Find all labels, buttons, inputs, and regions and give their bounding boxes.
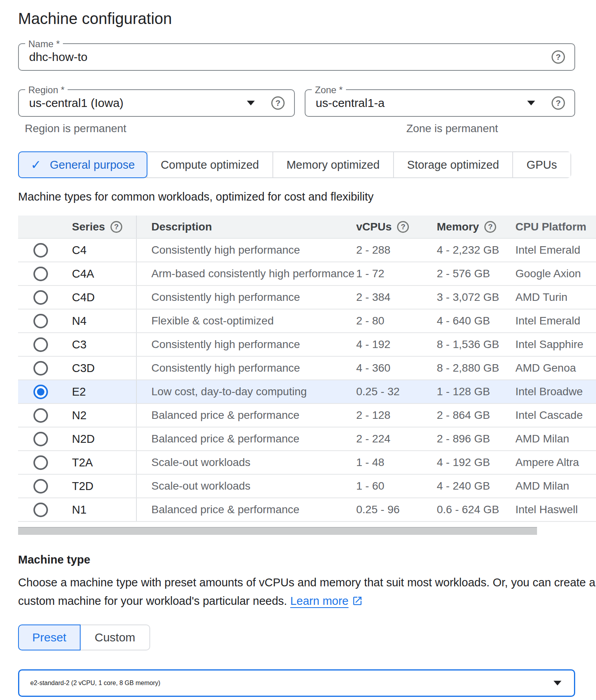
machine-family-tabs: ✓General purposeCompute optimizedMemory … <box>18 151 571 178</box>
tab-general-purpose[interactable]: ✓General purpose <box>18 151 147 178</box>
series-radio[interactable] <box>33 243 48 258</box>
table-row-c4d[interactable]: C4DConsistently high performance2 - 3843… <box>18 285 596 309</box>
series-radio[interactable] <box>33 314 48 328</box>
series-description: Scale-out workloads <box>137 480 356 492</box>
table-row-n2[interactable]: N2Balanced price & performance2 - 1282 -… <box>18 403 596 427</box>
toggle-preset[interactable]: Preset <box>18 624 81 650</box>
series-description: Flexible & cost-optimized <box>137 315 356 327</box>
series-vcpus: 2 - 80 <box>356 315 437 327</box>
tab-memory-optimized[interactable]: Memory optimized <box>272 152 393 177</box>
series-vcpus: 1 - 48 <box>356 456 437 469</box>
chevron-down-icon[interactable] <box>527 101 535 105</box>
name-field-value[interactable]: dhc-how-to <box>19 50 87 64</box>
horizontal-scrollbar-thumb[interactable] <box>18 527 537 535</box>
series-vcpus: 2 - 288 <box>356 244 437 256</box>
series-vcpus: 0.25 - 96 <box>356 503 437 516</box>
zone-select[interactable]: Zone * us-central1-a ? <box>305 89 575 117</box>
series-memory: 1 - 128 GB <box>437 385 515 398</box>
series-radio-cell <box>18 455 63 470</box>
series-memory: 0.6 - 624 GB <box>437 503 515 516</box>
series-radio-cell <box>18 479 63 494</box>
series-radio[interactable] <box>33 290 48 305</box>
chevron-down-icon[interactable] <box>247 101 255 105</box>
series-radio[interactable] <box>33 408 48 423</box>
memory-column-header: Memory ? <box>437 221 515 233</box>
series-name: T2D <box>63 475 137 497</box>
zone-helper-text: Zone is permanent <box>406 122 498 135</box>
series-vcpus: 1 - 60 <box>356 480 437 492</box>
series-description: Consistently high performance <box>137 244 356 256</box>
tab-gpus[interactable]: GPUs <box>512 152 570 177</box>
table-row-c4[interactable]: C4Consistently high performance2 - 2884 … <box>18 238 596 262</box>
series-description: Arm-based consistently high performance <box>137 267 356 280</box>
series-memory: 8 - 2,880 GB <box>437 362 515 374</box>
zone-value: us-central1-a <box>305 96 384 110</box>
series-radio[interactable] <box>33 385 48 399</box>
series-memory: 2 - 896 GB <box>437 433 515 445</box>
learn-more-link[interactable]: Learn more <box>290 595 348 607</box>
tab-compute-optimized[interactable]: Compute optimized <box>147 152 272 177</box>
series-radio-cell <box>18 267 63 281</box>
table-row-n1[interactable]: N1Balanced price & performance0.25 - 960… <box>18 497 596 521</box>
machine-configuration-panel: Machine configuration Name * dhc-how-to … <box>0 0 596 700</box>
cpu-platform-column-header: CPU Platform <box>515 221 596 233</box>
machine-type-select[interactable]: e2-standard-2 (2 vCPU, 1 core, 8 GB memo… <box>18 669 575 697</box>
series-radio[interactable] <box>33 267 48 281</box>
series-radio-cell <box>18 337 63 352</box>
series-radio[interactable] <box>33 503 48 517</box>
region-select[interactable]: Region * us-central1 (Iowa) ? <box>18 89 295 117</box>
help-icon[interactable]: ? <box>484 221 496 233</box>
series-description: Balanced price & performance <box>137 433 356 445</box>
help-icon[interactable]: ? <box>552 50 565 64</box>
table-row-c3d[interactable]: C3DConsistently high performance4 - 3608… <box>18 356 596 379</box>
help-icon[interactable]: ? <box>397 221 409 233</box>
description-column-header: Description <box>137 221 356 233</box>
series-radio[interactable] <box>33 361 48 376</box>
region-helper-text: Region is permanent <box>25 122 126 135</box>
series-cpu-platform: Intel Cascade <box>515 409 596 422</box>
series-column-header: Series ? <box>63 216 137 238</box>
series-radio-cell <box>18 314 63 328</box>
series-cpu-platform: Google Axion <box>515 267 596 280</box>
toggle-custom[interactable]: Custom <box>81 624 150 650</box>
machine-series-table: Series ? Description vCPUs ? Memory ? CP… <box>18 216 596 522</box>
table-row-c4a[interactable]: C4AArm-based consistently high performan… <box>18 262 596 285</box>
table-row-n4[interactable]: N4Flexible & cost-optimized2 - 804 - 640… <box>18 309 596 332</box>
name-field[interactable]: Name * dhc-how-to ? <box>18 43 575 71</box>
series-cpu-platform: Intel Emerald <box>515 315 596 327</box>
machine-type-description: Choose a machine type with preset amount… <box>18 573 596 612</box>
help-icon[interactable]: ? <box>271 96 285 110</box>
series-description: Consistently high performance <box>137 338 356 351</box>
series-radio[interactable] <box>33 455 48 470</box>
help-icon[interactable]: ? <box>552 96 565 110</box>
name-field-label: Name * <box>25 39 63 50</box>
series-radio-cell <box>18 243 63 258</box>
table-row-n2d[interactable]: N2DBalanced price & performance2 - 2242 … <box>18 427 596 450</box>
series-radio-cell <box>18 503 63 517</box>
open-in-new-icon <box>352 593 363 612</box>
series-name: E2 <box>63 380 137 403</box>
machine-type-value: e2-standard-2 (2 vCPU, 1 core, 8 GB memo… <box>19 680 160 687</box>
series-vcpus: 4 - 360 <box>356 362 437 374</box>
series-radio[interactable] <box>33 479 48 494</box>
help-icon[interactable]: ? <box>110 221 122 233</box>
tab-storage-optimized[interactable]: Storage optimized <box>393 152 513 177</box>
series-cpu-platform: Ampere Altra <box>515 456 596 469</box>
series-cpu-platform: Intel Broadwe <box>515 385 596 398</box>
series-description: Balanced price & performance <box>137 503 356 516</box>
table-row-t2d[interactable]: T2DScale-out workloads1 - 604 - 240 GBAM… <box>18 474 596 497</box>
machine-type-heading: Machine type <box>18 553 596 566</box>
series-radio[interactable] <box>33 432 48 446</box>
series-vcpus: 4 - 192 <box>356 338 437 351</box>
table-row-c3[interactable]: C3Consistently high performance4 - 1928 … <box>18 332 596 356</box>
table-row-e2[interactable]: E2Low cost, day-to-day computing0.25 - 3… <box>18 379 596 403</box>
series-cpu-platform: Intel Emerald <box>515 244 596 256</box>
vcpus-column-header: vCPUs ? <box>356 221 437 233</box>
series-description: Scale-out workloads <box>137 456 356 469</box>
series-memory: 4 - 192 GB <box>437 456 515 469</box>
table-row-t2a[interactable]: T2AScale-out workloads1 - 484 - 192 GBAm… <box>18 450 596 474</box>
page-title: Machine configuration <box>18 10 596 28</box>
series-memory: 4 - 640 GB <box>437 315 515 327</box>
series-radio[interactable] <box>33 337 48 352</box>
series-name: N2D <box>63 427 137 450</box>
